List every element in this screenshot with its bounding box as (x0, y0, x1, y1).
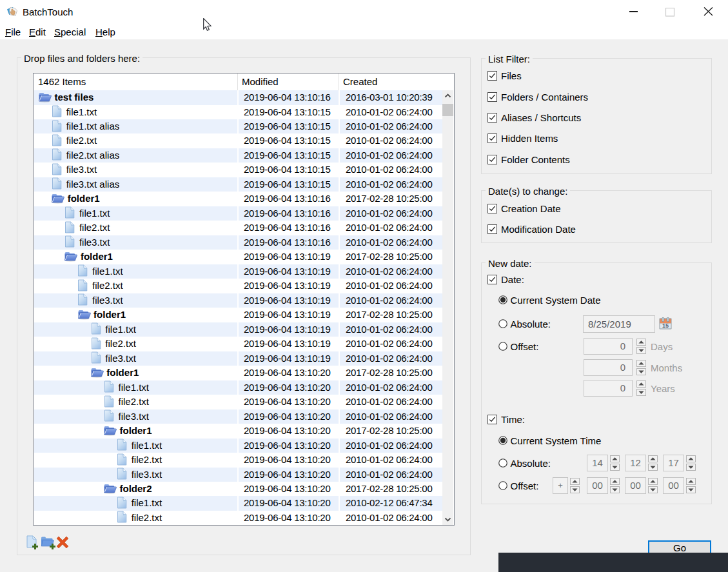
svg-text:15: 15 (662, 322, 669, 329)
